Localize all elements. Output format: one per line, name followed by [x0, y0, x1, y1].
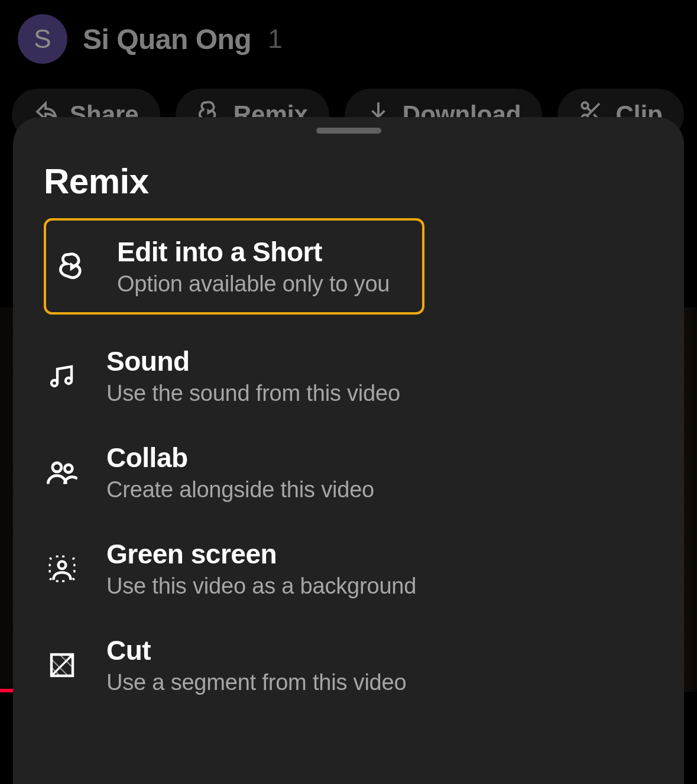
option-text: Collab Create alongside this video	[106, 442, 374, 503]
option-text: Cut Use a segment from this video	[106, 634, 406, 695]
svg-point-2	[51, 380, 57, 386]
option-edit-into-short[interactable]: Edit into a Short Option available only …	[44, 218, 424, 315]
svg-point-0	[582, 102, 589, 109]
shorts-icon	[54, 248, 91, 285]
svg-point-4	[53, 462, 61, 471]
option-cut[interactable]: Cut Use a segment from this video	[13, 617, 684, 713]
channel-name: Si Quan Ong	[83, 23, 251, 56]
sheet-grabber[interactable]	[316, 128, 381, 134]
option-text: Sound Use the sound from this video	[106, 345, 400, 406]
option-text: Green screen Use this video as a backgro…	[106, 538, 416, 599]
remix-bottom-sheet: Remix Edit into a Short Option available…	[13, 117, 684, 784]
cut-icon	[44, 647, 80, 683]
option-collab[interactable]: Collab Create alongside this video	[13, 424, 684, 520]
channel-header[interactable]: S Si Quan Ong 1	[18, 14, 283, 64]
remix-options-list: Edit into a Short Option available only …	[13, 212, 684, 713]
option-subtitle: Use a segment from this video	[106, 670, 406, 695]
option-subtitle: Use this video as a background	[106, 574, 416, 599]
option-text: Edit into a Short Option available only …	[117, 236, 390, 297]
channel-subscriber-count: 1	[268, 24, 282, 54]
option-title: Collab	[106, 442, 374, 474]
option-subtitle: Use the sound from this video	[106, 381, 400, 406]
sheet-title: Remix	[13, 153, 684, 212]
green-screen-icon	[44, 550, 80, 587]
option-green-screen[interactable]: Green screen Use this video as a backgro…	[13, 520, 684, 617]
option-sound[interactable]: Sound Use the sound from this video	[13, 328, 684, 424]
option-title: Green screen	[106, 538, 416, 570]
option-title: Edit into a Short	[117, 236, 390, 268]
avatar-initial: S	[34, 24, 51, 54]
option-subtitle: Create alongside this video	[106, 477, 374, 503]
svg-point-3	[66, 378, 72, 384]
svg-point-5	[64, 465, 72, 472]
option-title: Cut	[106, 634, 406, 666]
people-icon	[44, 454, 80, 491]
option-title: Sound	[106, 345, 400, 377]
music-icon	[44, 358, 80, 394]
avatar[interactable]: S	[18, 14, 67, 64]
svg-point-6	[59, 561, 66, 569]
option-subtitle: Option available only to you	[117, 271, 390, 297]
